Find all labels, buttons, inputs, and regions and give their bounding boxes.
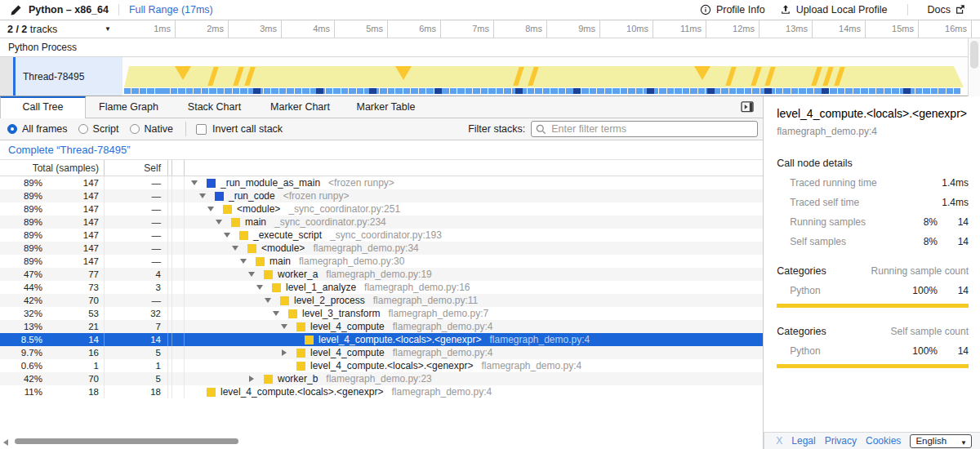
twisty-icon[interactable] <box>239 259 256 264</box>
tab-stack-chart[interactable]: Stack Chart <box>172 96 257 118</box>
total-count: 147 <box>42 230 104 240</box>
twisty-icon[interactable] <box>272 311 288 316</box>
chevron-closed-icon <box>249 376 254 382</box>
footer-link-privacy[interactable]: Privacy <box>825 435 857 447</box>
horizontal-scrollbar <box>0 438 768 448</box>
call-tree-toolbar: All framesScriptNative Invert call stack… <box>0 118 763 140</box>
cell-function-name: level_3_transformflamegraph_demo.py:7 <box>185 307 763 320</box>
cell-total-samples: 11%18 <box>0 385 105 398</box>
twisty-icon[interactable] <box>247 272 264 277</box>
cell-function-name: main_sync_coordinator.py:234 <box>185 216 763 229</box>
filter-stacks-label: Filter stacks: <box>468 123 525 135</box>
scrollbar-thumb[interactable] <box>15 438 238 444</box>
function-name: <module> <box>237 203 280 215</box>
radio-icon[interactable] <box>130 124 140 134</box>
footer-close-button[interactable]: X <box>776 435 782 447</box>
radio-label: Native <box>145 123 173 135</box>
thread-track-row[interactable]: Thread-78495 <box>0 57 980 96</box>
column-header-self[interactable]: Self <box>105 160 168 176</box>
cell-total-samples: 8.5%14 <box>0 333 105 346</box>
table-row[interactable]: 47%774worker_aflamegraph_demo.py:19 <box>0 268 763 281</box>
cell-total-samples: 89%147 <box>0 229 105 242</box>
upload-profile-button[interactable]: Upload Local Profile <box>775 2 893 18</box>
table-row[interactable]: 42%70—level_2_processflamegraph_demo.py:… <box>0 294 763 307</box>
cell-function-name: level_4_compute.<locals>.<genexpr>flameg… <box>185 333 763 346</box>
table-row[interactable]: 9.7%165level_4_computeflamegraph_demo.py… <box>0 346 763 359</box>
tab-flame-graph[interactable]: Flame Graph <box>86 96 172 118</box>
function-location: flamegraph_demo.py:4 <box>393 321 493 332</box>
twisty-icon[interactable] <box>190 180 207 185</box>
table-row[interactable]: 44%733level_1_analyzeflamegraph_demo.py:… <box>0 281 763 294</box>
footer-link-cookies[interactable]: Cookies <box>866 435 901 447</box>
table-row[interactable]: 11%1818level_4_compute.<locals>.<genexpr… <box>0 385 763 398</box>
tab-marker-chart[interactable]: Marker Chart <box>257 96 343 118</box>
breadcrumb-root-link[interactable]: Complete “Thread-78495” <box>8 144 131 156</box>
cell-spacer <box>172 372 185 385</box>
table-row[interactable]: 89%147—_run_module_as_main<frozen runpy> <box>0 176 763 189</box>
tracks-dropdown[interactable]: 2 / 2 tracks ▼ <box>0 20 122 38</box>
profile-info-button[interactable]: Profile Info <box>695 2 770 18</box>
table-row[interactable]: 8.5%1414level_4_compute.<locals>.<genexp… <box>0 333 763 346</box>
twisty-icon[interactable] <box>256 285 272 290</box>
docs-button[interactable]: Docs <box>923 2 972 18</box>
column-header-total[interactable]: Total (samples) <box>0 160 105 176</box>
edit-pencil-icon[interactable] <box>10 4 22 16</box>
ruler-tick: 1ms <box>122 20 176 38</box>
function-name: worker_b <box>278 373 318 385</box>
sidebar-detail-row: Running samples8%14 <box>790 216 969 228</box>
radio-native[interactable]: Native <box>130 123 173 135</box>
ruler-tick: 8ms <box>494 20 547 38</box>
footer-link-legal[interactable]: Legal <box>791 435 815 447</box>
checkbox-icon[interactable] <box>196 124 207 135</box>
total-count: 77 <box>42 269 104 279</box>
table-row[interactable]: 89%147—<module>flamegraph_demo.py:34 <box>0 242 763 255</box>
open-sidebar-icon[interactable] <box>741 101 755 116</box>
language-select[interactable]: English (US) <box>910 434 972 448</box>
invert-call-stack-checkbox[interactable]: Invert call stack <box>196 123 283 135</box>
process-track-row[interactable]: Python Process <box>0 38 980 57</box>
function-name: <module> <box>261 242 305 254</box>
filter-stacks-input[interactable] <box>531 121 758 137</box>
table-row[interactable]: 89%147—_execute_script_sync_coordinator.… <box>0 229 763 242</box>
total-count: 21 <box>42 322 104 331</box>
table-row[interactable]: 89%147—main_sync_coordinator.py:234 <box>0 216 763 229</box>
table-row[interactable]: 13%217level_4_computeflamegraph_demo.py:… <box>0 320 763 333</box>
category-color-icon <box>239 231 248 240</box>
table-row[interactable]: 0.6%11level_4_compute.<locals>.<genexpr>… <box>0 359 763 372</box>
total-percent: 42% <box>0 374 42 384</box>
table-row[interactable]: 32%5332level_3_transformflamegraph_demo.… <box>0 307 763 320</box>
twisty-icon[interactable] <box>198 193 215 198</box>
tracks-vertical-scrollbar[interactable] <box>968 38 980 96</box>
radio-script[interactable]: Script <box>78 123 119 135</box>
tab-marker-table[interactable]: Marker Table <box>343 96 429 118</box>
twisty-icon[interactable] <box>231 246 247 251</box>
tab-call-tree[interactable]: Call Tree <box>0 96 86 118</box>
twisty-icon[interactable] <box>280 349 296 356</box>
function-location: flamegraph_demo.py:34 <box>313 242 418 254</box>
cell-self: — <box>105 176 168 189</box>
radio-icon[interactable] <box>7 124 17 134</box>
cell-total-samples: 13%21 <box>0 320 105 333</box>
thread-track-label[interactable]: Thread-78495 <box>16 57 122 96</box>
thread-activity-graph[interactable] <box>122 57 980 96</box>
radio-icon[interactable] <box>78 124 88 134</box>
twisty-icon[interactable] <box>280 324 296 329</box>
table-row[interactable]: 89%147—mainflamegraph_demo.py:30 <box>0 255 763 268</box>
table-row[interactable]: 42%705worker_bflamegraph_demo.py:23 <box>0 372 763 385</box>
track-indent-gutter <box>0 57 13 96</box>
profile-title[interactable]: Python – x86_64 <box>29 4 109 16</box>
twisty-icon[interactable] <box>247 376 264 382</box>
table-row[interactable]: 89%147—<module>_sync_coordinator.py:251 <box>0 202 763 216</box>
twisty-icon[interactable] <box>207 207 223 211</box>
cell-self: 4 <box>105 268 168 281</box>
twisty-icon[interactable] <box>223 233 239 238</box>
total-count: 16 <box>42 348 104 358</box>
cell-function-name: level_4_computeflamegraph_demo.py:4 <box>185 346 763 359</box>
table-row[interactable]: 89%147—_run_code<frozen runpy> <box>0 189 763 202</box>
scrollbar-thumb[interactable] <box>970 41 978 69</box>
scroll-left-arrow-icon[interactable] <box>3 439 8 446</box>
twisty-icon[interactable] <box>215 220 231 224</box>
twisty-icon[interactable] <box>264 298 280 303</box>
full-range-link[interactable]: Full Range (17ms) <box>129 4 213 16</box>
radio-all-frames[interactable]: All frames <box>7 123 68 135</box>
